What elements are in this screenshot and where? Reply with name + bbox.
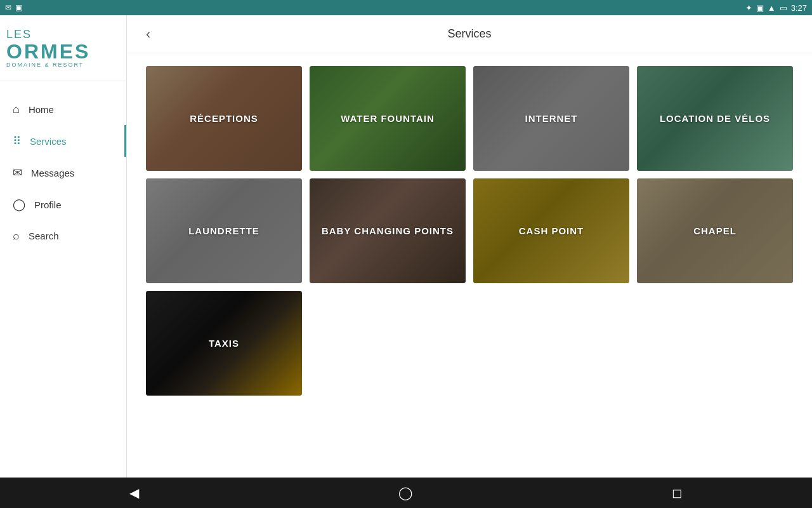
sidebar-item-home-label: Home <box>29 104 54 115</box>
status-bar-left: ✉ ▣ <box>5 3 22 12</box>
display-icon: ▣ <box>756 3 764 13</box>
content-header: ‹ Services <box>127 15 812 53</box>
sidebar-item-messages-label: Messages <box>31 168 74 178</box>
time-display: 3:27 <box>791 3 807 13</box>
sidebar-item-services[interactable]: ⠿ Services <box>0 125 126 157</box>
service-card-label-chapel: CHAPEL <box>637 178 793 283</box>
bluetooth-icon: ✦ <box>745 3 752 13</box>
profile-icon: ◯ <box>13 197 25 211</box>
nav-back-button[interactable]: ◀ <box>117 480 152 505</box>
sidebar-item-services-label: Services <box>30 136 67 147</box>
service-card-internet[interactable]: INTERNET <box>473 66 629 171</box>
msg-icon: ✉ <box>5 3 11 12</box>
messages-icon: ✉ <box>13 166 22 180</box>
service-card-location-velos[interactable]: LOCATION DE VÉLOS <box>637 66 793 171</box>
logo-sub: DOMAINE & RESORT <box>6 62 120 68</box>
nav-home-button[interactable]: ◯ <box>386 480 425 505</box>
services-grid: RÉCEPTIONSWATER FOUNTAININTERNETLOCATION… <box>146 66 793 396</box>
service-card-taxis[interactable]: TAXIS <box>146 291 302 396</box>
service-card-chapel[interactable]: CHAPEL <box>637 178 793 283</box>
battery-icon: ▭ <box>780 3 787 13</box>
service-card-label-water-fountain: WATER FOUNTAIN <box>310 66 466 171</box>
service-card-baby-changing[interactable]: BABY CHANGING POINTS <box>310 178 466 283</box>
nav-recent-button[interactable]: ◻ <box>659 480 695 505</box>
service-card-label-taxis: TAXIS <box>146 291 302 396</box>
service-card-label-laundrette: LAUNDRETTE <box>146 178 302 283</box>
service-card-cash-point[interactable]: CASH POINT <box>473 178 629 283</box>
service-card-receptions[interactable]: RÉCEPTIONS <box>146 66 302 171</box>
status-bar-right: ✦ ▣ ▲ ▭ 3:27 <box>745 3 807 13</box>
service-card-label-baby-changing: BABY CHANGING POINTS <box>310 178 466 283</box>
sidebar-item-search-label: Search <box>29 231 59 241</box>
sidebar: LES ORMES DOMAINE & RESORT ⌂ Home ⠿ Serv… <box>0 15 127 508</box>
sidebar-item-search[interactable]: ⌕ Search <box>0 220 126 251</box>
service-card-label-receptions: RÉCEPTIONS <box>146 66 302 171</box>
wifi-icon: ▲ <box>768 3 776 13</box>
service-card-laundrette[interactable]: LAUNDRETTE <box>146 178 302 283</box>
nav-items: ⌂ Home ⠿ Services ✉ Messages ◯ Profile ⌕… <box>0 81 126 264</box>
page-title: Services <box>447 27 491 41</box>
service-card-label-internet: INTERNET <box>473 66 629 171</box>
sidebar-item-messages[interactable]: ✉ Messages <box>0 157 126 189</box>
service-card-water-fountain[interactable]: WATER FOUNTAIN <box>310 66 466 171</box>
home-icon: ⌂ <box>13 103 20 116</box>
logo-les: LES <box>6 28 120 41</box>
search-icon: ⌕ <box>13 229 20 243</box>
service-card-label-cash-point: CASH POINT <box>473 178 629 283</box>
services-icon: ⠿ <box>13 134 21 148</box>
logo-area: LES ORMES DOMAINE & RESORT <box>0 15 126 81</box>
content-area: ‹ Services RÉCEPTIONSWATER FOUNTAININTER… <box>127 15 812 508</box>
sidebar-item-home[interactable]: ⌂ Home <box>0 94 126 125</box>
bottom-navigation-bar: ◀ ◯ ◻ <box>0 478 812 508</box>
status-bar: ✉ ▣ ✦ ▣ ▲ ▭ 3:27 <box>0 0 812 15</box>
services-grid-area: RÉCEPTIONSWATER FOUNTAININTERNETLOCATION… <box>127 53 812 508</box>
sidebar-item-profile-label: Profile <box>34 199 62 210</box>
logo-ormes: ORMES <box>6 41 120 62</box>
service-card-label-location-velos: LOCATION DE VÉLOS <box>637 66 793 171</box>
sidebar-item-profile[interactable]: ◯ Profile <box>0 189 126 220</box>
back-button[interactable]: ‹ <box>140 23 157 46</box>
main-layout: LES ORMES DOMAINE & RESORT ⌂ Home ⠿ Serv… <box>0 15 812 508</box>
photo-icon: ▣ <box>15 3 22 12</box>
